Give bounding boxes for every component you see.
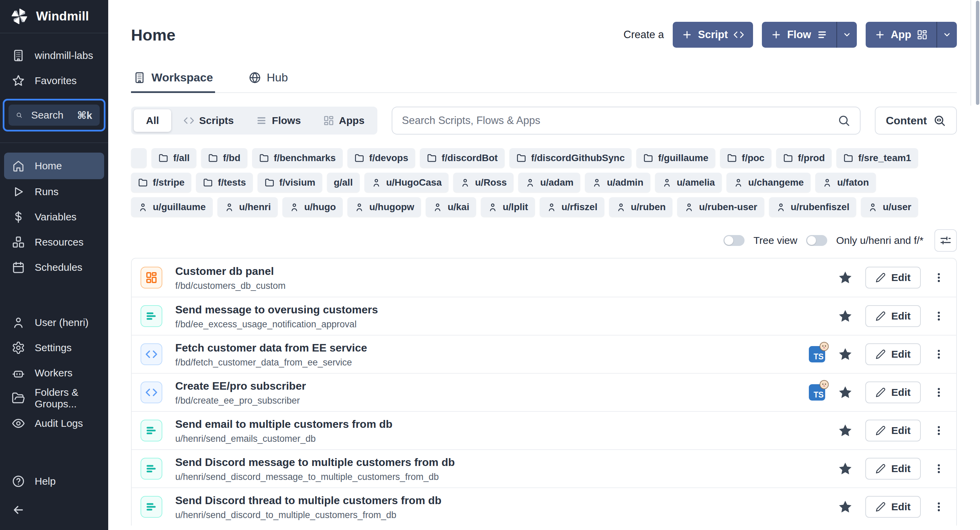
- list-item[interactable]: Send email to multiple customers from db…: [132, 411, 956, 449]
- owner-chip-f/discordBot[interactable]: f/discordBot: [420, 148, 504, 168]
- sidebar-item-settings[interactable]: Settings: [0, 335, 108, 360]
- favorite-star-icon[interactable]: [837, 461, 853, 477]
- create-app-dropdown[interactable]: [937, 22, 957, 48]
- owner-chip-u/henri[interactable]: u/henri: [218, 197, 278, 217]
- edit-button[interactable]: Edit: [865, 420, 921, 441]
- filter-pill-all[interactable]: All: [134, 109, 171, 132]
- favorite-star-icon[interactable]: [837, 423, 853, 438]
- owner-chip-u/rubenfiszel[interactable]: u/rubenfiszel: [769, 197, 856, 217]
- only-mine-toggle[interactable]: [806, 235, 827, 246]
- owner-chip-f/guillaume[interactable]: f/guillaume: [636, 148, 715, 168]
- owner-chip-f/poc[interactable]: f/poc: [720, 148, 772, 168]
- search-input[interactable]: [402, 115, 830, 127]
- content-search-button[interactable]: Content: [875, 107, 957, 134]
- chip-label: u/user: [883, 202, 911, 212]
- list-item[interactable]: Send Discord message to multiple custome…: [132, 449, 956, 487]
- owner-chip-u/rfiszel[interactable]: u/rfiszel: [540, 197, 605, 217]
- sidebar-item-audit-logs[interactable]: Audit Logs: [0, 411, 108, 436]
- list-item[interactable]: Customer db panel f/bd/customers_db_cust…: [132, 259, 956, 297]
- kebab-menu-icon[interactable]: [933, 500, 945, 514]
- item-kind-icon: [140, 458, 162, 480]
- display-settings-button[interactable]: [934, 229, 957, 252]
- owner-chip-u/faton[interactable]: u/faton: [815, 173, 875, 192]
- list-item[interactable]: Create EE/pro subscriber f/bd/create_ee_…: [132, 373, 956, 411]
- owner-chip-f/benchmarks[interactable]: f/benchmarks: [252, 148, 343, 168]
- kebab-menu-icon[interactable]: [933, 462, 945, 476]
- chip-label: u/amelia: [677, 177, 715, 188]
- sidebar-item-resources[interactable]: Resources: [0, 230, 108, 255]
- owner-chip-g/all[interactable]: g/all: [327, 173, 360, 192]
- chip-label: u/rubenfiszel: [791, 202, 850, 212]
- owner-chip-u/HugoCasa[interactable]: u/HugoCasa: [364, 173, 449, 192]
- create-script-button[interactable]: Script: [673, 22, 753, 48]
- owner-chip-u/ruben[interactable]: u/ruben: [609, 197, 673, 217]
- owner-chip-f/all[interactable]: f/all: [151, 148, 196, 168]
- owner-chip-u/changeme[interactable]: u/changeme: [727, 173, 811, 192]
- list-item[interactable]: Fetch customer data from EE service f/bd…: [132, 335, 956, 373]
- sidebar-item-runs[interactable]: Runs: [0, 179, 108, 204]
- sidebar-item-workspace[interactable]: windmill-labs: [0, 43, 108, 68]
- scrollbar-thumb[interactable]: [976, 1, 979, 105]
- owner-chip-f/prod[interactable]: f/prod: [776, 148, 832, 168]
- owner-chip-f/devops[interactable]: f/devops: [347, 148, 415, 168]
- sidebar-item-schedules[interactable]: Schedules: [0, 255, 108, 280]
- list-item[interactable]: Send Discord thread to multiple customer…: [132, 487, 956, 525]
- edit-button[interactable]: Edit: [865, 458, 921, 480]
- sidebar-item-user[interactable]: User (henri): [0, 310, 108, 335]
- sidebar-item-variables[interactable]: Variables: [0, 204, 108, 230]
- create-flow-dropdown[interactable]: [837, 22, 857, 48]
- favorite-star-icon[interactable]: [837, 270, 853, 286]
- owner-chip-u/user[interactable]: u/user: [861, 197, 918, 217]
- sidebar-item-home[interactable]: Home: [4, 153, 104, 179]
- favorite-star-icon[interactable]: [837, 499, 853, 515]
- empty-chip[interactable]: [131, 148, 147, 168]
- owner-chip-u/amelia[interactable]: u/amelia: [655, 173, 722, 192]
- edit-button[interactable]: Edit: [865, 496, 921, 518]
- filter-pill-flows[interactable]: Flows: [246, 109, 311, 132]
- owner-chip-f/bd[interactable]: f/bd: [201, 148, 247, 168]
- edit-button[interactable]: Edit: [865, 305, 921, 327]
- sidebar-item-favorites[interactable]: Favorites: [0, 68, 108, 93]
- owner-chip-f/stripe[interactable]: f/stripe: [131, 173, 191, 192]
- favorite-star-icon[interactable]: [837, 385, 853, 400]
- sidebar-item-folders-groups[interactable]: Folders & Groups...: [0, 386, 108, 411]
- kebab-menu-icon[interactable]: [933, 271, 945, 284]
- owner-chip-f/discordGithubSync[interactable]: f/discordGithubSync: [509, 148, 632, 168]
- filter-pill-scripts[interactable]: Scripts: [173, 109, 244, 132]
- sidebar-item-workers[interactable]: Workers: [0, 360, 108, 386]
- brand[interactable]: Windmill: [0, 0, 108, 33]
- favorite-star-icon[interactable]: [837, 308, 853, 324]
- owner-chip-u/Ross[interactable]: u/Ross: [453, 173, 514, 192]
- sidebar-item-help[interactable]: Help: [0, 469, 108, 494]
- create-app-button[interactable]: App: [865, 22, 957, 48]
- kebab-menu-icon[interactable]: [933, 424, 945, 437]
- owner-chip-f/visium[interactable]: f/visium: [258, 173, 322, 192]
- owner-chip-u/hugopw[interactable]: u/hugopw: [347, 197, 421, 217]
- edit-button[interactable]: Edit: [865, 267, 921, 289]
- owner-chip-u/hugo[interactable]: u/hugo: [282, 197, 343, 217]
- owner-chip-f/sre_team1[interactable]: f/sre_team1: [837, 148, 918, 168]
- sidebar-search[interactable]: Search ⌘k: [3, 99, 105, 131]
- tab-workspace[interactable]: Workspace: [131, 67, 215, 92]
- owner-chip-u/kai[interactable]: u/kai: [426, 197, 476, 217]
- kebab-menu-icon[interactable]: [933, 309, 945, 323]
- edit-button[interactable]: Edit: [865, 382, 921, 403]
- owner-chip-u/admin[interactable]: u/admin: [585, 173, 650, 192]
- owner-chip-u/adam[interactable]: u/adam: [518, 173, 580, 192]
- kebab-menu-icon[interactable]: [933, 386, 945, 399]
- collapse-sidebar-button[interactable]: [0, 497, 108, 522]
- kebab-menu-icon[interactable]: [933, 347, 945, 361]
- list-item[interactable]: Send message to overusing customers f/bd…: [132, 297, 956, 335]
- folder-icon: [843, 153, 853, 163]
- owner-chip-u/guillaume[interactable]: u/guillaume: [131, 197, 213, 217]
- owner-chip-f/tests[interactable]: f/tests: [196, 173, 253, 192]
- filter-pill-apps[interactable]: Apps: [313, 109, 375, 132]
- tree-view-toggle[interactable]: [724, 235, 745, 246]
- owner-chip-u/lplit[interactable]: u/lplit: [481, 197, 535, 217]
- owner-chip-u/ruben-user[interactable]: u/ruben-user: [677, 197, 764, 217]
- create-flow-button[interactable]: Flow: [762, 22, 857, 48]
- favorite-star-icon[interactable]: [837, 346, 853, 362]
- create-a-label: Create a: [624, 29, 664, 41]
- edit-button[interactable]: Edit: [865, 343, 921, 365]
- tab-hub[interactable]: Hub: [247, 67, 290, 92]
